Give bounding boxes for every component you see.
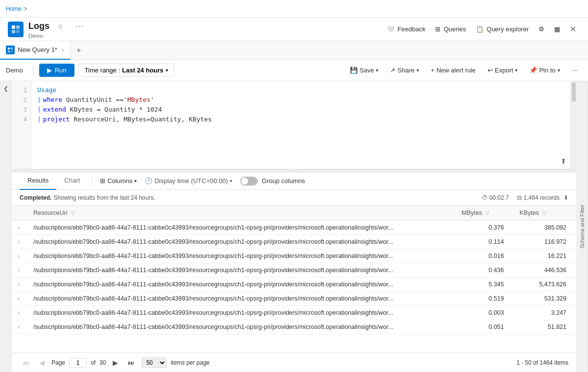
mbytes-cell-7: 0.051 xyxy=(456,320,514,334)
query-explorer-button[interactable]: 📋 Query explorer xyxy=(472,23,533,35)
status-bar: Completed. Showing results from the last… xyxy=(12,190,576,206)
kbytes-filter-icon[interactable]: ▽ xyxy=(542,210,546,216)
code-line-4: | project ResourceUri, MBytes=Quantity, … xyxy=(37,115,564,124)
close-button[interactable]: ✕ xyxy=(566,23,580,36)
row-expand-4[interactable]: › xyxy=(12,278,27,292)
code-editor[interactable]: Usage | where QuantityUnit == 'MBytes' |… xyxy=(31,81,570,169)
editor-results: 1 2 3 4 Usage | where QuantityUnit == 'M… xyxy=(12,81,576,372)
row-expand-7[interactable]: › xyxy=(12,320,27,334)
side-panel[interactable]: Schema and Filter xyxy=(576,81,588,372)
expand-results-button[interactable]: ⬇ xyxy=(564,194,568,201)
kbytes-cell-0: 385.092 xyxy=(514,221,576,235)
kbytes-cell-2: 16.221 xyxy=(514,249,576,263)
results-panel: Results Chart ⊞ Columns ▾ 🕐 Display time… xyxy=(12,172,576,372)
share-button[interactable]: ↗ Share ▾ xyxy=(386,64,423,76)
resource-uri-cell-1: /subscriptions/ebb79bc0-aa86-44a7-8111-c… xyxy=(27,235,456,249)
row-expand-5[interactable]: › xyxy=(12,292,27,306)
resource-uri-filter-icon[interactable]: ▽ xyxy=(71,210,75,216)
feedback-button[interactable]: 🤍 Feedback xyxy=(383,23,429,35)
mbytes-header[interactable]: MBytes ▽ xyxy=(456,206,514,221)
table-row: › /subscriptions/ebb79bc0-aa86-44a7-8111… xyxy=(12,235,576,249)
results-tab[interactable]: Results xyxy=(20,172,56,190)
queries-button[interactable]: ⊞ Queries xyxy=(431,23,470,35)
new-alert-button[interactable]: + New alert rule xyxy=(427,64,480,76)
row-expand-6[interactable]: › xyxy=(12,306,27,320)
export-button[interactable]: ↩ Export ▾ xyxy=(484,64,522,76)
kbytes-cell-4: 5,473.626 xyxy=(514,278,576,292)
pagination-summary: 1 - 50 of 1464 items xyxy=(516,359,568,366)
home-link[interactable]: Home xyxy=(6,5,22,12)
time-range-label: Time range : xyxy=(85,67,121,74)
next-page-button[interactable]: ▶ xyxy=(110,358,121,368)
resource-uri-header[interactable]: ResourceUri ▽ xyxy=(27,206,456,221)
gear-icon: ⚙ xyxy=(539,25,544,33)
star-button[interactable]: ☆ xyxy=(53,21,68,32)
scroll-thumb xyxy=(572,82,576,102)
table-row: › /subscriptions/ebb79bc0-aa86-44a7-8111… xyxy=(12,249,576,263)
page-label: Page xyxy=(51,359,65,366)
main-layout: ❮ 1 2 3 4 Usage | where QuantityUnit == … xyxy=(0,81,588,372)
display-time-button[interactable]: 🕐 Display time (UTC+00:00) ▾ xyxy=(141,177,236,185)
group-columns-label: Group columns xyxy=(262,177,305,185)
row-expand-2[interactable]: › xyxy=(12,249,27,263)
toolbar-more-button[interactable]: ··· xyxy=(568,64,582,77)
collapse-left-icon: ❮ xyxy=(3,85,8,92)
share-icon: ↗ xyxy=(390,67,395,74)
editor-scrollbar[interactable] xyxy=(570,81,576,169)
tab-icon xyxy=(6,46,15,54)
clock-icon: 🕐 xyxy=(145,177,152,185)
query-explorer-icon: 📋 xyxy=(476,25,484,33)
table-header-row: ResourceUri ▽ MBytes ▽ KBytes ▽ xyxy=(12,206,576,221)
collapse-editor-button[interactable]: ⬆ xyxy=(561,157,566,165)
kbytes-cell-1: 116.972 xyxy=(514,235,576,249)
group-columns-toggle[interactable] xyxy=(240,177,258,186)
prev-page-button[interactable]: ◀ xyxy=(36,358,48,368)
row-expand-3[interactable]: › xyxy=(12,263,27,278)
code-line-2: | where QuantityUnit == 'MBytes' xyxy=(37,95,564,105)
app-title: Logs ☆ ··· xyxy=(28,20,383,33)
page-input[interactable] xyxy=(69,358,87,368)
line-number-3: 3 xyxy=(12,105,31,115)
new-tab-button[interactable]: + xyxy=(71,46,87,55)
left-collapse[interactable]: ❮ xyxy=(0,81,12,372)
resource-uri-cell-0: /subscriptions/ebb79bc0-aa86-44a7-8111-c… xyxy=(27,221,456,235)
settings-button[interactable]: ⚙ xyxy=(535,23,548,35)
side-panel-label: Schema and Filter xyxy=(579,205,585,248)
mbytes-filter-icon[interactable]: ▽ xyxy=(486,210,490,216)
tab-bar: New Query 1* × + xyxy=(0,41,588,60)
toolbar-separator xyxy=(33,65,33,76)
layout-button[interactable]: ▦ xyxy=(550,23,564,35)
mbytes-cell-1: 0.114 xyxy=(456,235,514,249)
table-icon: ⊟ xyxy=(517,194,522,201)
table-row: › /subscriptions/ebb79bc0-aa86-44a7-8111… xyxy=(12,278,576,292)
chart-tab[interactable]: Chart xyxy=(56,172,88,190)
line-number-4: 4 xyxy=(12,115,31,124)
status-message: Showing results from the last 24 hours. xyxy=(53,194,155,201)
row-expand-0[interactable]: › xyxy=(12,221,27,235)
tab-label: New Query 1* xyxy=(18,46,57,53)
first-page-button[interactable]: ⏮ xyxy=(20,358,32,368)
svg-rect-6 xyxy=(8,50,10,52)
svg-rect-1 xyxy=(16,25,20,29)
timer-icon: ⏱ xyxy=(482,194,488,201)
record-count: ⊟ 1,464 records xyxy=(517,194,560,201)
columns-button[interactable]: ⊞ Columns ▾ xyxy=(96,177,141,185)
svg-rect-7 xyxy=(11,50,13,52)
per-page-select[interactable]: 50 25 100 xyxy=(142,357,167,368)
time-range-button[interactable]: Time range : Last 24 hours ▾ xyxy=(78,64,174,77)
breadcrumb-separator: > xyxy=(24,5,27,12)
pin-to-button[interactable]: 📌 Pin to ▾ xyxy=(525,64,564,76)
save-button[interactable]: 💾 Save ▾ xyxy=(346,64,383,76)
kbytes-header[interactable]: KBytes ▽ xyxy=(514,206,576,221)
columns-icon: ⊞ xyxy=(100,177,105,185)
app-more-button[interactable]: ··· xyxy=(72,20,87,33)
last-page-button[interactable]: ⏭ xyxy=(125,358,138,368)
tab-close-button[interactable]: × xyxy=(61,47,64,53)
group-columns-toggle-group: Group columns xyxy=(240,177,305,186)
app-subtitle: Demo xyxy=(28,33,383,39)
run-button[interactable]: ▶ Run xyxy=(39,64,74,77)
row-expand-1[interactable]: › xyxy=(12,235,27,249)
results-tabs: Results Chart ⊞ Columns ▾ 🕐 Display time… xyxy=(12,172,576,190)
active-tab[interactable]: New Query 1* × xyxy=(0,41,71,60)
top-bar: Home > xyxy=(0,0,588,18)
